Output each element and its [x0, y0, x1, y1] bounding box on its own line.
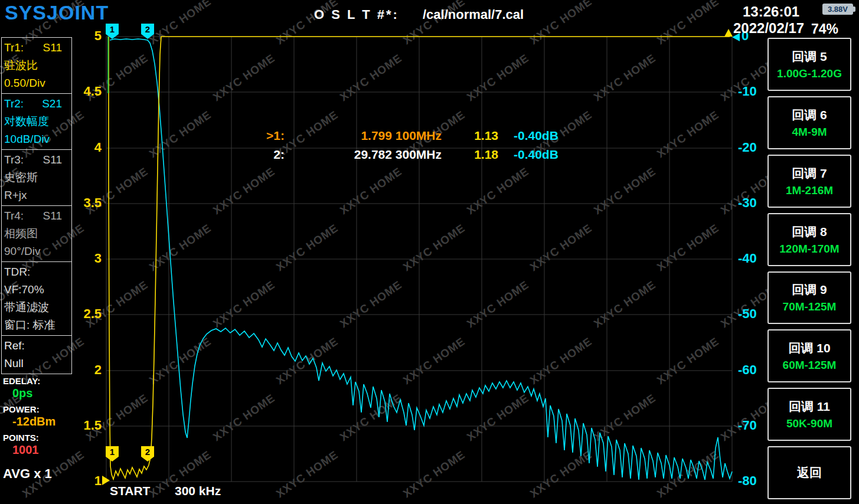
start-label: START — [110, 484, 150, 498]
watermark-text: XXYC HOME — [147, 221, 214, 274]
watermark-text: XXYC HOME — [338, 51, 404, 104]
marker-readout-row: 2:29.782 300MHz1.18-0.40dB — [259, 145, 579, 164]
stop-text: STOP 500.000 000MHz — [587, 484, 591, 498]
watermark-text: XXYC HOME — [84, 278, 151, 330]
recall-button-6[interactable]: 回调 64M-9M — [767, 96, 851, 149]
softkey-range: 120M-170M — [779, 243, 839, 256]
watermark-text: XXYC HOME — [655, 0, 721, 47]
marker-number: >1: — [259, 129, 285, 143]
recall-button-7[interactable]: 回调 71M-216M — [767, 155, 851, 208]
y-right-tick: -50 — [738, 306, 757, 322]
recall-button-5[interactable]: 回调 51.00G-1.20G — [767, 38, 851, 91]
trace-id-row: Tr2:S21 — [4, 95, 71, 113]
y-right-tick: -60 — [738, 362, 757, 378]
watermark-text: XXYC HOME — [338, 165, 404, 217]
softkey-label: 返回 — [797, 464, 822, 481]
watermark-text: XXYC HOME — [465, 165, 531, 217]
y-left-tick: 2.5 — [73, 306, 102, 322]
y-right-tick: -70 — [738, 418, 757, 433]
y-right-tick: -20 — [738, 140, 757, 155]
config-box-tdr[interactable]: TDR:VF:70%带通滤波窗口: 标准 — [1, 261, 72, 336]
date: 2022/02/17 — [733, 20, 804, 37]
y-left-tick: 2 — [73, 362, 102, 378]
watermark-layer: XXYC HOMEXXYC HOMEXXYC HOMEXXYC HOMEXXYC… — [0, 0, 859, 504]
softkey-label: 回调 5 — [792, 48, 827, 65]
recall-button-9[interactable]: 回调 970M-125M — [767, 271, 851, 325]
config-row: TDR: — [4, 263, 71, 281]
config-box-tr3[interactable]: Tr3:S11史密斯R+jx — [1, 149, 72, 206]
config-row: Null — [4, 355, 71, 372]
config-row: Ref: — [4, 337, 71, 355]
marker-flag-top-1[interactable]: 1 — [106, 24, 119, 39]
watermark-text: XXYC HOME — [147, 0, 214, 47]
watermark-text: XXYC HOME — [465, 278, 531, 330]
trace-layer — [0, 0, 859, 504]
config-row: 相频图 — [4, 225, 71, 243]
watermark-text: XXYC HOME — [592, 278, 658, 330]
watermark-text: XXYC HOME — [211, 51, 277, 104]
watermark-text: XXYC HOME — [655, 335, 721, 387]
trace-id-row: Tr3:S11 — [4, 151, 71, 169]
marker-flag-bottom-2[interactable]: 2 — [141, 446, 154, 462]
watermark-text: XXYC HOME — [655, 448, 721, 500]
power-label: POWER: — [3, 404, 55, 414]
watermark-text: XXYC HOME — [274, 448, 341, 500]
marker-number: 2: — [259, 148, 285, 162]
watermark-text: XXYC HOME — [592, 51, 658, 104]
config-box-ref[interactable]: Ref:Null — [1, 335, 72, 374]
y-left-tick: 5 — [73, 28, 102, 44]
softkey-label: 回调 10 — [788, 340, 830, 356]
trace-id-row: Tr1:S11 — [4, 39, 71, 57]
watermark-text: XXYC HOME — [338, 391, 404, 444]
softkey-label: 回调 8 — [792, 224, 827, 240]
config-box-tr2[interactable]: Tr2:S21对数幅度10dB/Div — [1, 93, 72, 150]
cal-info: O S L T #*: /cal/normal/7.cal — [314, 7, 524, 22]
trace-sparam: S11 — [43, 207, 62, 225]
softkey-range: 70M-125M — [783, 300, 837, 313]
recall-button-10[interactable]: 回调 1060M-125M — [767, 329, 851, 382]
recall-button-11[interactable]: 回调 1150K-90M — [767, 388, 851, 441]
edelay-label: EDELAY: — [3, 376, 55, 386]
brand-logo: SYSJOINT — [5, 1, 109, 24]
edelay-value: 0ps — [12, 386, 55, 400]
y-left-tick: 3.5 — [73, 195, 102, 211]
config-row: 窗口: 标准 — [4, 316, 71, 334]
watermark-text: XXYC HOME — [147, 108, 214, 161]
points-value: 1001 — [12, 443, 55, 457]
watermark-text: XXYC HOME — [655, 221, 721, 274]
recall-button-8[interactable]: 回调 8120M-170M — [767, 213, 851, 266]
config-box-tr4[interactable]: Tr4:S11相频图90°/Div — [1, 205, 72, 262]
marker-frequency: 29.782 300MHz — [300, 148, 442, 162]
battery-icon: 3.88V — [822, 4, 853, 15]
clock: 13:26:01 — [743, 4, 799, 20]
trace-id: Tr1: — [4, 39, 24, 57]
watermark-text: XXYC HOME — [592, 165, 658, 217]
watermark-text: XXYC HOME — [401, 221, 468, 274]
plot-grid — [0, 0, 859, 504]
watermark-text: XXYC HOME — [655, 108, 721, 161]
watermark-text: XXYC HOME — [528, 0, 595, 47]
config-row: 对数幅度 — [4, 113, 71, 130]
cal-file-path: /cal/normal/7.cal — [423, 7, 524, 22]
y-right-tick: -10 — [738, 84, 757, 99]
marker-swr-value: 1.18 — [457, 148, 498, 162]
y-right-tick: -30 — [738, 195, 757, 211]
softkey-range: 1.00G-1.20G — [777, 67, 842, 80]
softkey-label: 回调 9 — [792, 282, 827, 298]
trace-end-up-arrow — [724, 29, 733, 37]
trace-id: Tr3: — [4, 151, 24, 169]
softkey-range: 50K-90M — [786, 417, 832, 430]
watermark-text: XXYC HOME — [211, 391, 277, 444]
marker-readout: >1:1.799 100MHz1.13-0.40dB2:29.782 300MH… — [259, 126, 579, 164]
power-value: -12dBm — [12, 414, 55, 428]
y-left-tick: 4 — [73, 140, 102, 155]
config-box-tr1[interactable]: Tr1:S11驻波比0.50/Div — [1, 37, 72, 94]
watermark-text: XXYC HOME — [592, 391, 658, 444]
back-button[interactable]: 返回 — [767, 446, 851, 499]
y-left-tick: 1.5 — [73, 418, 102, 433]
config-row: R+jx — [4, 186, 71, 204]
battery-percent: 74% — [811, 21, 838, 37]
marker-flag-bottom-1[interactable]: 1 — [106, 446, 119, 462]
marker-flag-top-2[interactable]: 2 — [141, 24, 154, 39]
softkey-range: 60M-125M — [783, 359, 837, 372]
